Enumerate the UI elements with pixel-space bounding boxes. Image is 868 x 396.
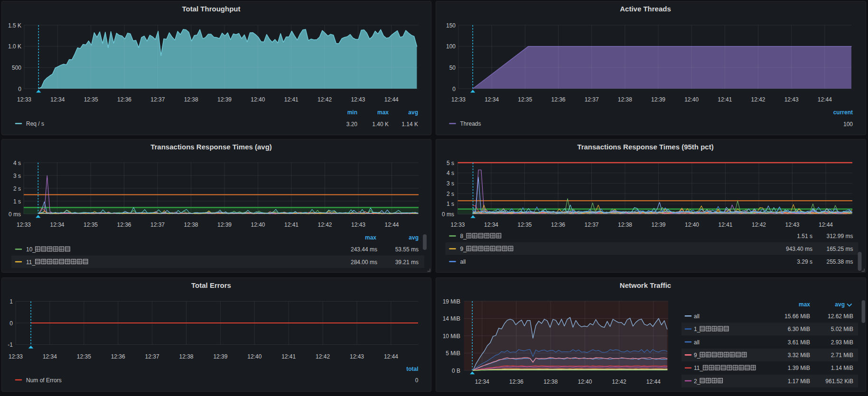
- svg-text:12:42: 12:42: [612, 378, 626, 385]
- svg-text:5.02 MiB: 5.02 MiB: [831, 326, 853, 332]
- svg-text:12:42: 12:42: [751, 96, 765, 103]
- svg-text:1.51 s: 1.51 s: [797, 233, 812, 239]
- svg-text:4 s: 4 s: [13, 160, 21, 166]
- svg-text:12:44: 12:44: [819, 221, 833, 228]
- svg-text:12:44: 12:44: [646, 378, 661, 385]
- svg-text:12:35: 12:35: [84, 221, 98, 228]
- svg-text:12:39: 12:39: [217, 221, 232, 228]
- svg-text:avg: avg: [409, 234, 419, 241]
- svg-text:243.44 ms: 243.44 ms: [351, 246, 377, 253]
- svg-text:10 MiB: 10 MiB: [443, 333, 460, 340]
- svg-text:Num of Errors: Num of Errors: [26, 377, 62, 384]
- svg-text:53.55 ms: 53.55 ms: [395, 246, 419, 253]
- svg-text:12:40: 12:40: [578, 378, 592, 385]
- svg-text:1.40 K: 1.40 K: [372, 121, 389, 128]
- svg-text:12:35: 12:35: [518, 96, 532, 103]
- svg-text:1.17 MiB: 1.17 MiB: [788, 378, 810, 385]
- svg-text:1.14 K: 1.14 K: [401, 121, 418, 128]
- svg-text:12:33: 12:33: [17, 96, 31, 103]
- svg-text:12:37: 12:37: [150, 96, 165, 103]
- svg-text:14 MiB: 14 MiB: [443, 315, 460, 322]
- svg-text:3.32 MiB: 3.32 MiB: [788, 352, 810, 359]
- svg-text:943.40 ms: 943.40 ms: [786, 246, 812, 252]
- svg-text:12:44: 12:44: [818, 96, 832, 103]
- svg-text:total: total: [406, 366, 418, 372]
- svg-text:12:43: 12:43: [784, 96, 799, 103]
- svg-text:1 s: 1 s: [13, 198, 21, 205]
- svg-text:11_: 11_: [26, 259, 35, 266]
- svg-text:max: max: [799, 301, 810, 308]
- svg-text:12:33: 12:33: [450, 221, 465, 228]
- svg-text:Transactions Response Times (9: Transactions Response Times (95th pct): [577, 143, 713, 151]
- svg-text:12:38: 12:38: [618, 96, 632, 103]
- svg-text:2 s: 2 s: [13, 185, 21, 192]
- svg-text:12:34: 12:34: [475, 378, 489, 385]
- svg-text:9_: 9_: [694, 352, 700, 359]
- svg-text:2.71 MiB: 2.71 MiB: [831, 352, 853, 359]
- svg-text:12:33: 12:33: [9, 353, 23, 360]
- svg-text:12:39: 12:39: [651, 96, 665, 103]
- svg-text:1.5 K: 1.5 K: [8, 22, 21, 29]
- svg-text:39.21 ms: 39.21 ms: [395, 259, 419, 266]
- svg-text:12:39: 12:39: [213, 353, 227, 360]
- svg-text:2 s: 2 s: [447, 191, 454, 197]
- svg-text:12:44: 12:44: [384, 96, 399, 103]
- svg-text:12:36: 12:36: [117, 221, 131, 228]
- svg-text:12:43: 12:43: [785, 221, 799, 228]
- svg-text:max: max: [377, 109, 389, 116]
- svg-text:2_: 2_: [694, 378, 700, 385]
- svg-text:12:38: 12:38: [184, 96, 198, 103]
- svg-text:11_: 11_: [694, 365, 703, 371]
- svg-text:12:40: 12:40: [251, 96, 265, 103]
- svg-text:6.30 MiB: 6.30 MiB: [788, 326, 810, 332]
- svg-text:1 s: 1 s: [447, 201, 454, 207]
- svg-text:165.25 ms: 165.25 ms: [826, 246, 853, 252]
- svg-text:12:43: 12:43: [350, 353, 364, 360]
- svg-text:255.38 ms: 255.38 ms: [826, 258, 853, 265]
- svg-text:9_: 9_: [460, 246, 467, 252]
- svg-text:avg: avg: [408, 109, 418, 116]
- svg-text:0: 0: [452, 86, 456, 92]
- svg-text:-1: -1: [8, 341, 13, 348]
- svg-text:Req / s: Req / s: [26, 120, 44, 127]
- svg-text:12:43: 12:43: [351, 221, 365, 228]
- svg-text:12:41: 12:41: [718, 96, 732, 103]
- svg-text:12:33: 12:33: [451, 96, 466, 103]
- svg-text:15.66 MiB: 15.66 MiB: [784, 313, 810, 320]
- svg-text:Network Traffic: Network Traffic: [620, 281, 671, 289]
- svg-text:12:34: 12:34: [484, 221, 498, 228]
- svg-text:12:40: 12:40: [251, 221, 265, 228]
- svg-text:12:33: 12:33: [17, 221, 31, 228]
- svg-text:150: 150: [446, 22, 456, 29]
- svg-text:12.62 MiB: 12.62 MiB: [828, 313, 853, 320]
- svg-text:12:42: 12:42: [752, 221, 766, 228]
- svg-text:max: max: [365, 234, 376, 241]
- svg-text:12:41: 12:41: [284, 96, 299, 103]
- svg-text:all: all: [460, 258, 466, 265]
- svg-text:12:38: 12:38: [184, 221, 198, 228]
- svg-text:1.0 K: 1.0 K: [8, 43, 21, 50]
- svg-text:12:34: 12:34: [43, 353, 57, 360]
- svg-text:3.61 MiB: 3.61 MiB: [788, 339, 810, 346]
- svg-text:12:42: 12:42: [317, 221, 332, 228]
- svg-text:1.39 MiB: 1.39 MiB: [788, 365, 810, 371]
- svg-text:12:42: 12:42: [317, 96, 332, 103]
- svg-text:12:36: 12:36: [551, 96, 565, 103]
- svg-text:min: min: [347, 109, 357, 116]
- svg-text:19 MiB: 19 MiB: [443, 298, 460, 305]
- svg-text:12:41: 12:41: [718, 221, 732, 228]
- svg-text:12:36: 12:36: [117, 96, 131, 103]
- svg-text:100: 100: [843, 121, 853, 128]
- svg-text:0: 0: [415, 377, 419, 384]
- svg-text:12:37: 12:37: [145, 353, 159, 360]
- svg-text:3 s: 3 s: [13, 173, 21, 179]
- svg-text:12:40: 12:40: [247, 353, 261, 360]
- svg-text:12:35: 12:35: [84, 96, 98, 103]
- svg-text:12:38: 12:38: [179, 353, 193, 360]
- svg-text:12:37: 12:37: [150, 221, 165, 228]
- svg-text:12:34: 12:34: [485, 96, 499, 103]
- svg-text:12:41: 12:41: [281, 353, 296, 360]
- svg-text:8_: 8_: [460, 233, 467, 239]
- svg-text:3 s: 3 s: [447, 180, 454, 187]
- svg-text:1.14 MiB: 1.14 MiB: [831, 365, 853, 371]
